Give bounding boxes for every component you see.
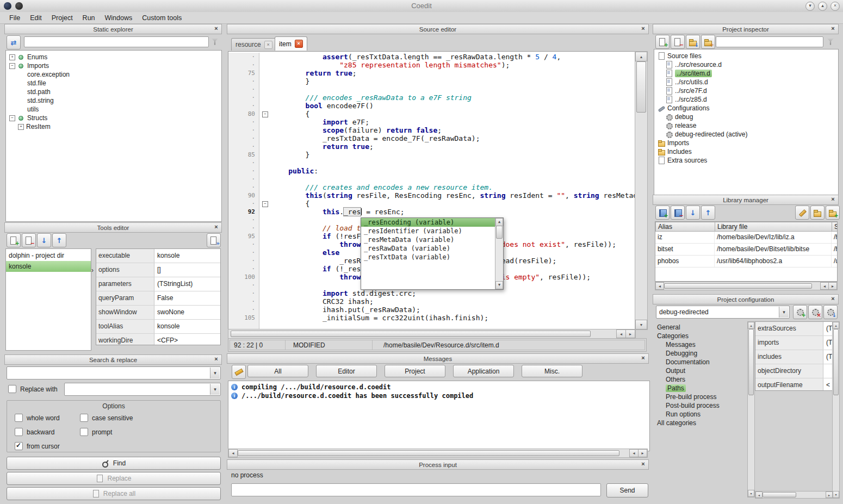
library-row[interactable]: bitset/home/basile/Dev/Bitset/lib/bitse/… bbox=[655, 244, 837, 256]
code-line[interactable]: /// creates and encodes a new resource i… bbox=[271, 183, 635, 191]
code-line[interactable]: ihash.put(_resRawData); bbox=[271, 306, 635, 314]
category-item[interactable]: All categories bbox=[653, 419, 746, 427]
column-header[interactable]: Sou bbox=[832, 222, 838, 232]
category-item[interactable]: Paths bbox=[653, 384, 746, 393]
find-button[interactable]: Find bbox=[7, 457, 221, 470]
vscroll-thumb[interactable] bbox=[748, 329, 754, 395]
move-tool-down-button[interactable]: ↓ bbox=[37, 233, 51, 247]
gutter-cell[interactable]: · bbox=[228, 53, 259, 61]
gutter-cell[interactable]: · bbox=[228, 224, 259, 232]
menu-project[interactable]: Project bbox=[47, 13, 78, 23]
code-line[interactable]: return true; bbox=[271, 69, 635, 77]
app-menu-icon[interactable] bbox=[15, 2, 23, 10]
option-checkbox-from-cursor[interactable]: from cursor bbox=[15, 442, 80, 450]
completion-item[interactable]: _resMetaData (variable) bbox=[361, 235, 495, 244]
property-value[interactable]: < bbox=[823, 378, 833, 391]
menu-file[interactable]: File bbox=[4, 13, 25, 23]
message-item[interactable]: i/.../build/resource.d.coedit has been s… bbox=[230, 391, 648, 400]
grid-hscrollbar[interactable]: ◂ ▸ bbox=[755, 491, 833, 499]
search-term-combo[interactable]: ▾ bbox=[7, 366, 221, 379]
scroll-right-icon[interactable]: ▸ bbox=[828, 282, 837, 290]
gutter-cell[interactable]: 90 bbox=[228, 191, 259, 200]
close-panel-icon[interactable]: × bbox=[640, 461, 647, 468]
expand-icon[interactable]: + bbox=[18, 124, 24, 130]
completion-item[interactable]: _resTxtData (variable) bbox=[361, 253, 495, 262]
category-item[interactable]: Post-build process bbox=[653, 401, 746, 410]
clone-config-button[interactable]: ↓ bbox=[823, 305, 838, 319]
code-line[interactable]: public: bbox=[271, 167, 635, 175]
replace-term-combo[interactable]: ▾ bbox=[64, 383, 221, 396]
hscroll-thumb[interactable] bbox=[664, 283, 812, 289]
remove-config-button[interactable]: × bbox=[808, 305, 822, 319]
scroll-left-icon[interactable]: ◂ bbox=[228, 449, 238, 457]
code-line[interactable]: "z85 representation length mismatches"); bbox=[271, 61, 635, 69]
code-line[interactable] bbox=[271, 159, 635, 167]
gutter-cell[interactable]: · bbox=[228, 126, 259, 134]
collapse-icon[interactable]: − bbox=[9, 63, 15, 69]
vscroll-thumb[interactable] bbox=[833, 329, 839, 395]
gutter-cell[interactable]: · bbox=[228, 265, 259, 273]
move-library-up-button[interactable]: ↑ bbox=[701, 206, 715, 220]
shade-window-icon[interactable]: ▾ bbox=[805, 2, 815, 11]
gutter-cell[interactable]: · bbox=[228, 102, 259, 110]
scroll-down-icon[interactable]: ▾ bbox=[635, 320, 647, 329]
grid-vscrollbar[interactable]: ▴ ▾ bbox=[832, 321, 840, 499]
replace-with-checkbox[interactable]: Replace with bbox=[8, 385, 58, 393]
close-panel-icon[interactable]: × bbox=[640, 25, 647, 32]
move-library-down-button[interactable]: ↓ bbox=[686, 206, 700, 220]
add-tool-button[interactable]: + bbox=[7, 233, 21, 247]
remove-source-button[interactable]: − bbox=[671, 35, 685, 49]
expand-icon[interactable]: + bbox=[9, 54, 15, 60]
gutter-cell[interactable]: · bbox=[228, 77, 259, 85]
code-line[interactable] bbox=[271, 175, 635, 183]
gutter-cell[interactable]: · bbox=[228, 281, 259, 289]
collapse-icon[interactable]: − bbox=[9, 115, 15, 121]
close-panel-icon[interactable]: × bbox=[640, 354, 647, 362]
filter-icon[interactable] bbox=[827, 38, 834, 45]
category-item[interactable]: Messages bbox=[653, 340, 746, 349]
code-line[interactable]: { bbox=[271, 110, 635, 118]
project-tree-item[interactable]: debug-redirected (active) bbox=[654, 130, 838, 139]
edit-library-button[interactable] bbox=[795, 206, 809, 220]
code-line[interactable] bbox=[271, 85, 635, 94]
open-folder-button[interactable]: ↓ bbox=[686, 35, 700, 49]
gutter-cell[interactable]: 95 bbox=[228, 232, 259, 240]
gutter-cell[interactable]: · bbox=[228, 61, 259, 69]
scroll-right-icon[interactable]: ▸ bbox=[638, 449, 647, 457]
maximize-window-icon[interactable]: ▴ bbox=[818, 2, 827, 11]
symbol-tree-item[interactable]: +ResItem bbox=[6, 122, 221, 131]
scroll-down-icon[interactable]: ▼ bbox=[495, 281, 503, 289]
gutter-cell[interactable]: · bbox=[228, 118, 259, 126]
category-item[interactable]: Documentation bbox=[653, 358, 746, 366]
close-tab-icon[interactable]: × bbox=[264, 41, 272, 49]
close-panel-icon[interactable]: × bbox=[829, 295, 836, 302]
gutter-cell[interactable]: · bbox=[228, 134, 259, 142]
scroll-down-icon[interactable]: ▾ bbox=[748, 490, 754, 497]
tool-list-item[interactable]: konsole bbox=[6, 261, 91, 272]
gutter-cell[interactable]: · bbox=[228, 297, 259, 306]
new-folder-button[interactable]: + bbox=[701, 35, 715, 49]
popup-scroll-thumb[interactable] bbox=[496, 226, 503, 239]
symbol-tree-item[interactable]: −Structs bbox=[6, 114, 221, 122]
project-tree-item[interactable]: ../src/z85.d bbox=[654, 95, 838, 104]
messages-filter-all[interactable]: All bbox=[247, 365, 308, 377]
close-tab-icon[interactable]: × bbox=[295, 40, 303, 48]
property-value[interactable]: (T bbox=[823, 336, 833, 350]
project-tree-item[interactable]: Extra sources bbox=[654, 156, 838, 165]
remove-library-button[interactable]: − bbox=[671, 206, 685, 220]
combo-arrow-icon[interactable]: ▾ bbox=[210, 368, 220, 378]
tab-resource[interactable]: resource × bbox=[231, 38, 277, 51]
combo-arrow-icon[interactable]: ▾ bbox=[210, 384, 220, 395]
menu-windows[interactable]: Windows bbox=[100, 13, 138, 23]
gutter-cell[interactable]: 92 bbox=[228, 208, 259, 216]
property-value[interactable]: <CFP> bbox=[154, 334, 220, 345]
code-line[interactable]: /// encodes _resRawData to a e7F string bbox=[271, 94, 635, 102]
scroll-left-icon[interactable]: ◂ bbox=[629, 449, 639, 457]
code-line[interactable]: bool encodee7F() bbox=[271, 102, 635, 110]
tab-item[interactable]: item × bbox=[275, 36, 307, 51]
process-input-field[interactable] bbox=[231, 483, 601, 496]
gutter-cell[interactable]: · bbox=[228, 142, 259, 151]
code-line[interactable]: _initialSum = crc322uint(ihash.finish); bbox=[271, 314, 635, 322]
symbol-tree-item[interactable]: utils bbox=[6, 105, 221, 114]
add-library-button[interactable]: + bbox=[655, 206, 670, 220]
